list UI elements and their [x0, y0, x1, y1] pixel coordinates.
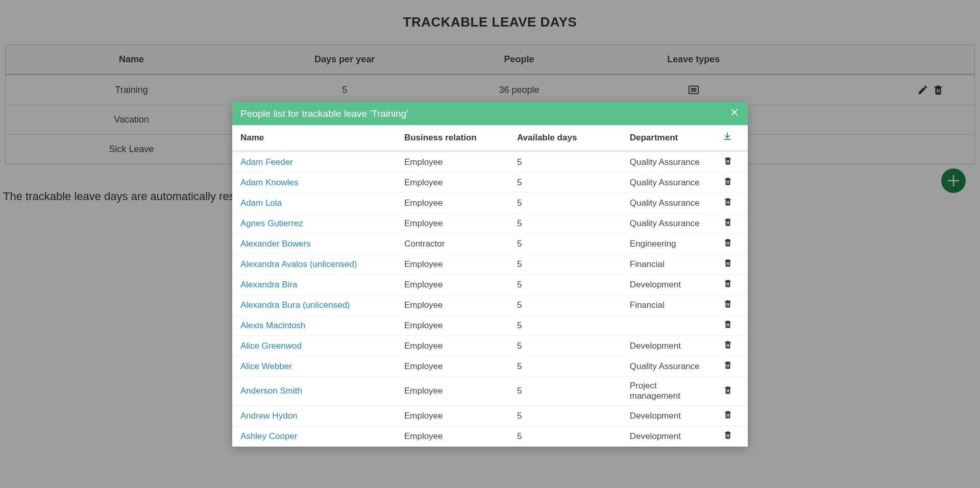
- people-row-relation: Employee: [396, 315, 509, 336]
- remove-person-button[interactable]: [723, 411, 732, 421]
- remove-person-button[interactable]: [723, 219, 732, 229]
- remove-person-button[interactable]: [723, 362, 732, 372]
- download-button[interactable]: [722, 134, 732, 143]
- modal-overlay[interactable]: People list for trackable leave 'Trainin…: [0, 0, 980, 488]
- people-row-delete-cell: [714, 336, 748, 356]
- people-row-days: 5: [509, 151, 622, 173]
- people-row-department: Financial: [622, 254, 714, 275]
- remove-person-button[interactable]: [723, 260, 732, 270]
- people-row-days: 5: [509, 426, 622, 447]
- people-row-days: 5: [509, 336, 622, 356]
- people-row-name: Alexis Macintosh: [232, 315, 396, 336]
- page-root: TRACKABLE LEAVE DAYS Name Days per year …: [0, 0, 980, 488]
- people-row-delete-cell: [714, 193, 748, 213]
- people-row-name: Alexandra Bura (unlicensed): [232, 295, 396, 315]
- people-row-delete-cell: [714, 426, 748, 447]
- people-row: Adam LolaEmployee5Quality Assurance: [232, 193, 748, 213]
- people-row: Ashley CooperEmployee5Development: [232, 426, 748, 447]
- people-row-delete-cell: [714, 234, 748, 254]
- people-row-days: 5: [509, 377, 622, 406]
- people-row-relation: Employee: [396, 151, 509, 173]
- people-row-days: 5: [509, 295, 622, 315]
- person-link[interactable]: Adam Feeder: [240, 157, 293, 167]
- people-row-delete-cell: [714, 213, 748, 234]
- people-row-name: Adam Feeder: [232, 151, 396, 173]
- people-row-name: Anderson Smith: [232, 377, 396, 406]
- people-row-relation: Contractor: [396, 234, 509, 254]
- people-row-name: Alexandra Bira: [232, 275, 396, 295]
- people-row-name: Alexandra Avalos (unlicensed): [232, 254, 396, 275]
- people-header-download: [714, 125, 748, 151]
- people-row-days: 5: [509, 193, 622, 213]
- people-row: Andrew HydonEmployee5Development: [232, 406, 748, 426]
- remove-person-button[interactable]: [723, 280, 732, 290]
- people-row-department: Quality Assurance: [622, 213, 714, 234]
- person-link[interactable]: Alexandra Avalos (unlicensed): [240, 259, 357, 269]
- people-row-name: Adam Knowles: [232, 173, 396, 193]
- people-row: Alexander BowersContractor5Engineering: [232, 234, 748, 254]
- people-row-department: Financial: [622, 295, 714, 315]
- people-row-delete-cell: [714, 254, 748, 275]
- people-row-relation: Employee: [396, 295, 509, 315]
- remove-person-button[interactable]: [723, 178, 732, 188]
- people-row: Agnes GutierrezEmployee5Quality Assuranc…: [232, 213, 748, 234]
- person-link[interactable]: Alice Webber: [240, 361, 292, 371]
- person-link[interactable]: Ashley Cooper: [240, 431, 298, 441]
- modal-header: People list for trackable leave 'Trainin…: [232, 102, 748, 125]
- person-link[interactable]: Andrew Hydon: [240, 411, 298, 421]
- remove-person-button[interactable]: [723, 158, 732, 167]
- remove-person-button[interactable]: [723, 321, 732, 331]
- modal-close-button[interactable]: [729, 107, 740, 120]
- people-row-relation: Employee: [396, 426, 509, 447]
- people-row-delete-cell: [714, 151, 748, 173]
- people-row-department: Engineering: [622, 234, 714, 254]
- people-row: Alexandra Avalos (unlicensed)Employee5Fi…: [232, 254, 748, 275]
- people-row-department: Quality Assurance: [622, 356, 714, 377]
- people-row-delete-cell: [714, 173, 748, 193]
- people-table: Name Business relation Available days De…: [232, 125, 748, 447]
- people-row-relation: Employee: [396, 173, 509, 193]
- people-row-delete-cell: [714, 315, 748, 336]
- people-row-name: Ashley Cooper: [232, 426, 396, 447]
- person-link[interactable]: Alexandra Bira: [240, 280, 298, 289]
- people-row-relation: Employee: [396, 406, 509, 426]
- people-header-available[interactable]: Available days: [509, 125, 622, 151]
- people-row-department: Development: [622, 406, 714, 426]
- person-link[interactable]: Alexis Macintosh: [240, 321, 306, 330]
- remove-person-button[interactable]: [723, 301, 732, 310]
- person-link[interactable]: Adam Knowles: [240, 178, 298, 187]
- remove-person-button[interactable]: [723, 341, 732, 351]
- modal-title: People list for trackable leave 'Trainin…: [240, 108, 408, 119]
- person-link[interactable]: Alice Greenwod: [240, 341, 302, 351]
- people-row-department: Project management: [622, 377, 714, 406]
- people-list-modal: People list for trackable leave 'Trainin…: [232, 102, 748, 447]
- people-row-days: 5: [509, 173, 622, 193]
- person-link[interactable]: Adam Lola: [240, 198, 282, 208]
- people-row: Alexandra BiraEmployee5Development: [232, 275, 748, 295]
- people-row-days: 5: [509, 254, 622, 275]
- person-link[interactable]: Alexandra Bura (unlicensed): [240, 300, 350, 310]
- people-row-days: 5: [509, 356, 622, 377]
- remove-person-button[interactable]: [723, 387, 732, 397]
- people-row-days: 5: [509, 315, 622, 336]
- people-header-department[interactable]: Department: [622, 125, 714, 151]
- people-row: Alice WebberEmployee5Quality Assurance: [232, 356, 748, 377]
- person-link[interactable]: Anderson Smith: [240, 386, 302, 396]
- person-link[interactable]: Agnes Gutierrez: [240, 218, 303, 228]
- people-row-name: Andrew Hydon: [232, 406, 396, 426]
- people-header-relation[interactable]: Business relation: [396, 125, 509, 151]
- people-row-delete-cell: [714, 295, 748, 315]
- people-header-name[interactable]: Name: [232, 125, 396, 151]
- people-row-name: Alice Greenwod: [232, 336, 396, 356]
- person-link[interactable]: Alexander Bowers: [240, 239, 311, 249]
- people-row: Alexis MacintoshEmployee5: [232, 315, 748, 336]
- people-row-name: Alice Webber: [232, 356, 396, 377]
- people-row-delete-cell: [714, 406, 748, 426]
- remove-person-button[interactable]: [723, 239, 732, 249]
- remove-person-button[interactable]: [723, 432, 732, 442]
- people-row: Adam FeederEmployee5Quality Assurance: [232, 151, 748, 173]
- people-row-relation: Employee: [396, 377, 509, 406]
- people-row-name: Adam Lola: [232, 193, 396, 213]
- remove-person-button[interactable]: [723, 199, 732, 208]
- people-row-relation: Employee: [396, 254, 509, 275]
